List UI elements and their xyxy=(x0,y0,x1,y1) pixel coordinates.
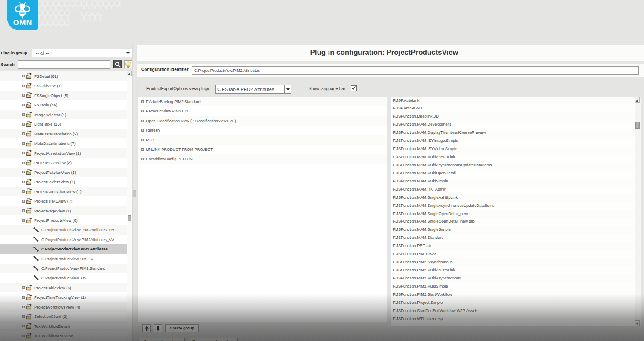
svg-text:OMN: OMN xyxy=(13,18,32,27)
